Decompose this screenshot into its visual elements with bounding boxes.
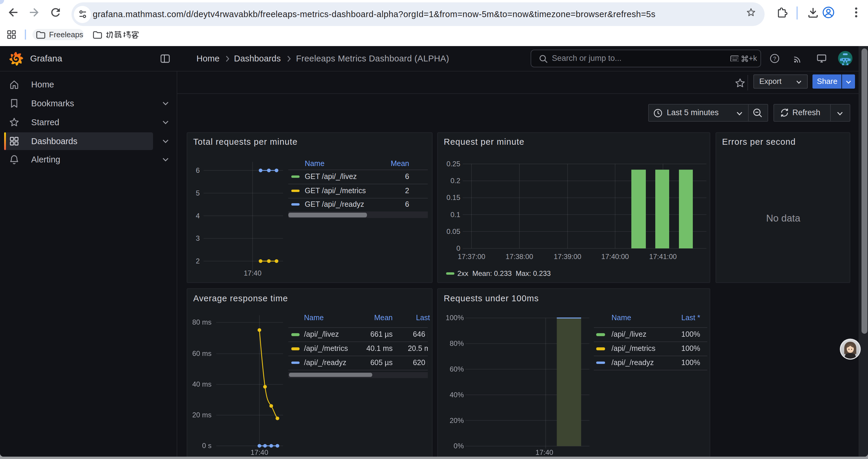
svg-text:20 ms: 20 ms [192, 411, 212, 419]
svg-text:17:40:00: 17:40:00 [601, 252, 629, 260]
svg-text:0.05: 0.05 [446, 227, 460, 235]
svg-text:17:38:00: 17:38:00 [505, 252, 533, 260]
svg-text:6: 6 [196, 166, 200, 174]
svg-text:0.25: 0.25 [446, 160, 460, 167]
svg-text:17:41:00: 17:41:00 [649, 252, 677, 260]
svg-text:?: ? [773, 56, 776, 62]
svg-text:0.15: 0.15 [446, 193, 460, 201]
svg-text:5: 5 [196, 189, 200, 197]
svg-text:0 s: 0 s [202, 442, 212, 450]
svg-text:17:40: 17:40 [536, 449, 553, 456]
svg-text:60 ms: 60 ms [192, 350, 212, 358]
svg-text:0%: 0% [454, 442, 464, 450]
svg-text:100%: 100% [446, 314, 464, 322]
svg-text:0.2: 0.2 [451, 176, 460, 184]
svg-text:17:39:00: 17:39:00 [554, 252, 581, 260]
svg-text:4: 4 [196, 211, 200, 220]
svg-text:40%: 40% [450, 391, 464, 399]
svg-text:17:37:00: 17:37:00 [458, 252, 485, 260]
svg-text:17:40: 17:40 [251, 449, 268, 456]
svg-text:0.1: 0.1 [451, 210, 460, 218]
svg-text:40 ms: 40 ms [192, 381, 212, 388]
svg-text:20%: 20% [450, 417, 464, 424]
svg-text:2: 2 [196, 257, 200, 265]
svg-text:3: 3 [196, 234, 200, 242]
svg-text:80 ms: 80 ms [192, 319, 212, 326]
svg-text:60%: 60% [450, 365, 464, 373]
svg-text:80%: 80% [450, 340, 464, 348]
svg-text:17:40: 17:40 [244, 269, 261, 277]
svg-text:0: 0 [457, 244, 460, 252]
